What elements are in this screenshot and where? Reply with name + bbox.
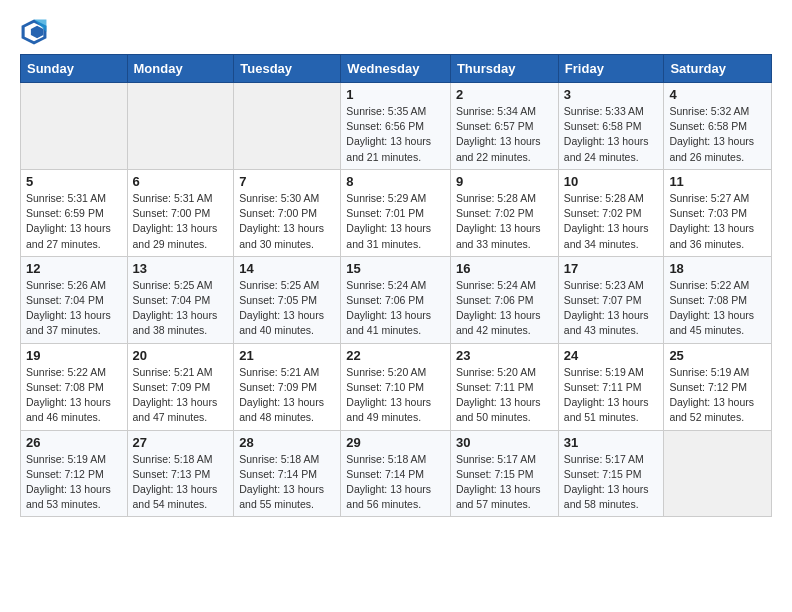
calendar-cell: 31Sunrise: 5:17 AM Sunset: 7:15 PM Dayli…: [558, 430, 664, 517]
calendar-week-4: 19Sunrise: 5:22 AM Sunset: 7:08 PM Dayli…: [21, 343, 772, 430]
day-number: 28: [239, 435, 335, 450]
calendar-cell: 3Sunrise: 5:33 AM Sunset: 6:58 PM Daylig…: [558, 83, 664, 170]
calendar-cell: 21Sunrise: 5:21 AM Sunset: 7:09 PM Dayli…: [234, 343, 341, 430]
calendar-cell: 7Sunrise: 5:30 AM Sunset: 7:00 PM Daylig…: [234, 169, 341, 256]
day-info: Sunrise: 5:26 AM Sunset: 7:04 PM Dayligh…: [26, 278, 122, 339]
day-info: Sunrise: 5:22 AM Sunset: 7:08 PM Dayligh…: [26, 365, 122, 426]
day-info: Sunrise: 5:19 AM Sunset: 7:11 PM Dayligh…: [564, 365, 659, 426]
day-number: 21: [239, 348, 335, 363]
day-info: Sunrise: 5:34 AM Sunset: 6:57 PM Dayligh…: [456, 104, 553, 165]
calendar-cell: 26Sunrise: 5:19 AM Sunset: 7:12 PM Dayli…: [21, 430, 128, 517]
header-cell-monday: Monday: [127, 55, 234, 83]
calendar-cell: 16Sunrise: 5:24 AM Sunset: 7:06 PM Dayli…: [450, 256, 558, 343]
calendar-cell: 19Sunrise: 5:22 AM Sunset: 7:08 PM Dayli…: [21, 343, 128, 430]
day-info: Sunrise: 5:35 AM Sunset: 6:56 PM Dayligh…: [346, 104, 445, 165]
calendar-week-1: 1Sunrise: 5:35 AM Sunset: 6:56 PM Daylig…: [21, 83, 772, 170]
calendar-cell: 6Sunrise: 5:31 AM Sunset: 7:00 PM Daylig…: [127, 169, 234, 256]
calendar-cell: 18Sunrise: 5:22 AM Sunset: 7:08 PM Dayli…: [664, 256, 772, 343]
page: SundayMondayTuesdayWednesdayThursdayFrid…: [0, 0, 792, 535]
day-number: 30: [456, 435, 553, 450]
day-number: 5: [26, 174, 122, 189]
calendar-week-5: 26Sunrise: 5:19 AM Sunset: 7:12 PM Dayli…: [21, 430, 772, 517]
calendar-cell: 20Sunrise: 5:21 AM Sunset: 7:09 PM Dayli…: [127, 343, 234, 430]
day-info: Sunrise: 5:31 AM Sunset: 6:59 PM Dayligh…: [26, 191, 122, 252]
calendar-cell: 24Sunrise: 5:19 AM Sunset: 7:11 PM Dayli…: [558, 343, 664, 430]
day-number: 14: [239, 261, 335, 276]
calendar-cell: 12Sunrise: 5:26 AM Sunset: 7:04 PM Dayli…: [21, 256, 128, 343]
day-info: Sunrise: 5:18 AM Sunset: 7:14 PM Dayligh…: [346, 452, 445, 513]
day-number: 26: [26, 435, 122, 450]
calendar-cell: 4Sunrise: 5:32 AM Sunset: 6:58 PM Daylig…: [664, 83, 772, 170]
day-info: Sunrise: 5:20 AM Sunset: 7:11 PM Dayligh…: [456, 365, 553, 426]
calendar-body: 1Sunrise: 5:35 AM Sunset: 6:56 PM Daylig…: [21, 83, 772, 517]
day-number: 11: [669, 174, 766, 189]
day-number: 3: [564, 87, 659, 102]
day-number: 29: [346, 435, 445, 450]
day-info: Sunrise: 5:27 AM Sunset: 7:03 PM Dayligh…: [669, 191, 766, 252]
calendar-cell: 8Sunrise: 5:29 AM Sunset: 7:01 PM Daylig…: [341, 169, 451, 256]
day-info: Sunrise: 5:32 AM Sunset: 6:58 PM Dayligh…: [669, 104, 766, 165]
calendar-cell: 17Sunrise: 5:23 AM Sunset: 7:07 PM Dayli…: [558, 256, 664, 343]
day-info: Sunrise: 5:19 AM Sunset: 7:12 PM Dayligh…: [669, 365, 766, 426]
day-info: Sunrise: 5:28 AM Sunset: 7:02 PM Dayligh…: [564, 191, 659, 252]
day-info: Sunrise: 5:33 AM Sunset: 6:58 PM Dayligh…: [564, 104, 659, 165]
header-cell-tuesday: Tuesday: [234, 55, 341, 83]
day-info: Sunrise: 5:24 AM Sunset: 7:06 PM Dayligh…: [346, 278, 445, 339]
calendar-cell: 2Sunrise: 5:34 AM Sunset: 6:57 PM Daylig…: [450, 83, 558, 170]
calendar-cell: 13Sunrise: 5:25 AM Sunset: 7:04 PM Dayli…: [127, 256, 234, 343]
day-info: Sunrise: 5:28 AM Sunset: 7:02 PM Dayligh…: [456, 191, 553, 252]
calendar-cell: 14Sunrise: 5:25 AM Sunset: 7:05 PM Dayli…: [234, 256, 341, 343]
calendar-cell: 22Sunrise: 5:20 AM Sunset: 7:10 PM Dayli…: [341, 343, 451, 430]
header-cell-wednesday: Wednesday: [341, 55, 451, 83]
day-number: 7: [239, 174, 335, 189]
day-number: 15: [346, 261, 445, 276]
day-number: 23: [456, 348, 553, 363]
header-cell-sunday: Sunday: [21, 55, 128, 83]
day-info: Sunrise: 5:21 AM Sunset: 7:09 PM Dayligh…: [239, 365, 335, 426]
day-number: 10: [564, 174, 659, 189]
day-info: Sunrise: 5:17 AM Sunset: 7:15 PM Dayligh…: [456, 452, 553, 513]
day-number: 13: [133, 261, 229, 276]
calendar-cell: 5Sunrise: 5:31 AM Sunset: 6:59 PM Daylig…: [21, 169, 128, 256]
header-cell-saturday: Saturday: [664, 55, 772, 83]
day-info: Sunrise: 5:23 AM Sunset: 7:07 PM Dayligh…: [564, 278, 659, 339]
calendar-week-2: 5Sunrise: 5:31 AM Sunset: 6:59 PM Daylig…: [21, 169, 772, 256]
day-number: 20: [133, 348, 229, 363]
day-number: 2: [456, 87, 553, 102]
day-number: 9: [456, 174, 553, 189]
calendar-cell: [127, 83, 234, 170]
day-number: 4: [669, 87, 766, 102]
day-info: Sunrise: 5:24 AM Sunset: 7:06 PM Dayligh…: [456, 278, 553, 339]
header-cell-thursday: Thursday: [450, 55, 558, 83]
day-number: 12: [26, 261, 122, 276]
calendar-cell: 28Sunrise: 5:18 AM Sunset: 7:14 PM Dayli…: [234, 430, 341, 517]
day-info: Sunrise: 5:29 AM Sunset: 7:01 PM Dayligh…: [346, 191, 445, 252]
day-info: Sunrise: 5:25 AM Sunset: 7:05 PM Dayligh…: [239, 278, 335, 339]
day-info: Sunrise: 5:25 AM Sunset: 7:04 PM Dayligh…: [133, 278, 229, 339]
calendar-cell: 1Sunrise: 5:35 AM Sunset: 6:56 PM Daylig…: [341, 83, 451, 170]
logo: [20, 18, 50, 46]
day-number: 6: [133, 174, 229, 189]
calendar-header: SundayMondayTuesdayWednesdayThursdayFrid…: [21, 55, 772, 83]
logo-icon: [20, 18, 48, 46]
day-number: 1: [346, 87, 445, 102]
header: [20, 18, 772, 46]
day-info: Sunrise: 5:18 AM Sunset: 7:14 PM Dayligh…: [239, 452, 335, 513]
day-info: Sunrise: 5:22 AM Sunset: 7:08 PM Dayligh…: [669, 278, 766, 339]
calendar-cell: 30Sunrise: 5:17 AM Sunset: 7:15 PM Dayli…: [450, 430, 558, 517]
day-info: Sunrise: 5:31 AM Sunset: 7:00 PM Dayligh…: [133, 191, 229, 252]
day-number: 22: [346, 348, 445, 363]
day-number: 27: [133, 435, 229, 450]
calendar-cell: 29Sunrise: 5:18 AM Sunset: 7:14 PM Dayli…: [341, 430, 451, 517]
calendar-cell: 23Sunrise: 5:20 AM Sunset: 7:11 PM Dayli…: [450, 343, 558, 430]
day-number: 25: [669, 348, 766, 363]
day-info: Sunrise: 5:19 AM Sunset: 7:12 PM Dayligh…: [26, 452, 122, 513]
calendar-cell: [234, 83, 341, 170]
day-number: 16: [456, 261, 553, 276]
calendar-cell: 11Sunrise: 5:27 AM Sunset: 7:03 PM Dayli…: [664, 169, 772, 256]
calendar-week-3: 12Sunrise: 5:26 AM Sunset: 7:04 PM Dayli…: [21, 256, 772, 343]
day-number: 19: [26, 348, 122, 363]
header-cell-friday: Friday: [558, 55, 664, 83]
calendar-cell: 9Sunrise: 5:28 AM Sunset: 7:02 PM Daylig…: [450, 169, 558, 256]
header-row: SundayMondayTuesdayWednesdayThursdayFrid…: [21, 55, 772, 83]
